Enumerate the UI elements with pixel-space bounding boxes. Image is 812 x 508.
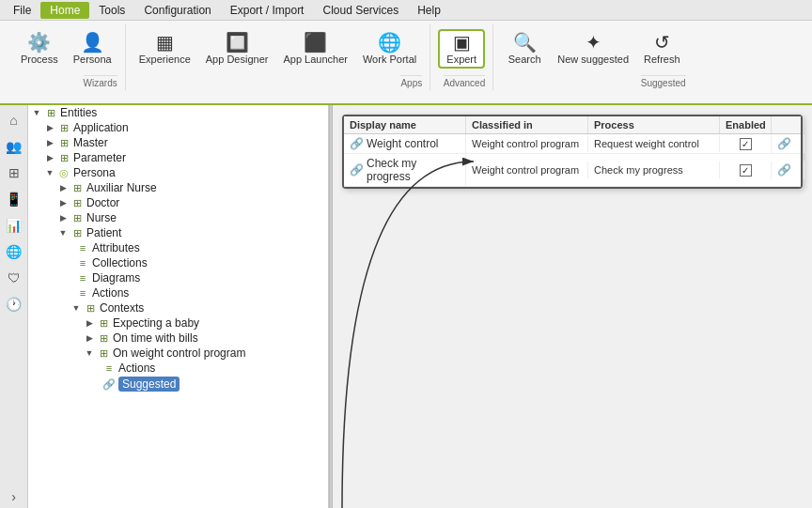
tree-diagrams[interactable]: ≡ Diagrams: [28, 270, 328, 285]
menu-configuration[interactable]: Configuration: [134, 2, 220, 19]
persona-button[interactable]: 👤 Persona: [68, 31, 117, 67]
row2-classified-in: Weight control program: [466, 162, 588, 178]
new-suggested-button[interactable]: ✦ New suggested: [552, 31, 634, 67]
home-icon[interactable]: ⌂: [3, 109, 25, 131]
tree-persona[interactable]: ▼ ◎ Persona: [28, 165, 328, 180]
menu-bar: File Home Tools Configuration Export / I…: [0, 0, 812, 21]
experience-button[interactable]: ▦ Experience: [133, 31, 196, 67]
search-button[interactable]: 🔍 Search: [501, 31, 548, 67]
new-suggested-label: New suggested: [557, 54, 629, 65]
content-panel: Display name Classified in Process Enabl…: [333, 105, 812, 508]
expert-icon: ▣: [453, 33, 471, 52]
menu-cloud-services[interactable]: Cloud Services: [313, 2, 408, 19]
table-row-1[interactable]: 🔗 Weight control Weight control program …: [344, 134, 801, 154]
row2-action-icon: 🔗: [777, 163, 791, 177]
link-icon-2: 🔗: [350, 163, 364, 177]
row2-display-name: 🔗 Check my progress: [344, 154, 466, 186]
tree-doctor[interactable]: ▶ ⊞ Doctor: [28, 195, 328, 210]
app-launcher-label: App Launcher: [283, 54, 348, 65]
new-suggested-icon: ✦: [586, 33, 601, 52]
row1-action[interactable]: 🔗: [772, 134, 804, 153]
tree-on-time-bills[interactable]: ▶ ⊞ On time with bills: [28, 331, 328, 346]
work-portal-label: Work Portal: [363, 54, 416, 65]
menu-file[interactable]: File: [4, 2, 40, 19]
row1-display-name: 🔗 Weight control: [344, 134, 466, 153]
ribbon: ⚙️ Process 👤 Persona Wizards ▦ Experienc…: [0, 21, 812, 105]
tree-collections[interactable]: ≡ Collections: [28, 255, 328, 270]
col-enabled: Enabled: [720, 116, 772, 133]
table-header: Display name Classified in Process Enabl…: [344, 116, 801, 134]
row2-action[interactable]: 🔗: [772, 161, 804, 179]
experience-label: Experience: [139, 54, 191, 65]
tree-panel: ▼ ⊞ Entities ▶ ⊞ Application ▶ ⊞ Master …: [28, 105, 329, 508]
work-portal-icon: 🌐: [378, 33, 401, 52]
sidebar-icons: ⌂ 👥 ⊞ 📱 📊 🌐 🛡 🕐 ›: [0, 105, 28, 508]
col-process: Process: [588, 116, 720, 133]
tree-application[interactable]: ▶ ⊞ Application: [28, 120, 328, 135]
expert-button[interactable]: ▣ Expert: [438, 29, 485, 69]
grid-icon[interactable]: ⊞: [3, 162, 25, 184]
tree-expecting-baby[interactable]: ▶ ⊞ Expecting a baby: [28, 316, 328, 331]
col-classified-in: Classified in: [466, 116, 588, 133]
persona-label: Persona: [73, 54, 112, 65]
suggested-section-label: Suggested: [641, 75, 686, 90]
col-action: [772, 116, 804, 133]
row1-checkbox[interactable]: [740, 138, 752, 150]
menu-export-import[interactable]: Export / Import: [221, 2, 314, 19]
row1-classified-in: Weight control program: [466, 135, 588, 152]
globe-icon[interactable]: 🌐: [3, 240, 25, 263]
refresh-button[interactable]: ↺ Refresh: [638, 31, 686, 67]
search-label: Search: [508, 54, 541, 65]
expert-label: Expert: [446, 54, 476, 65]
tree-contexts[interactable]: ▼ ⊞ Contexts: [28, 300, 328, 316]
refresh-icon: ↺: [654, 33, 670, 52]
row1-action-icon: 🔗: [777, 137, 791, 150]
search-icon: 🔍: [513, 33, 537, 52]
expand-icon[interactable]: ›: [3, 485, 25, 508]
suggested-node-label: Suggested: [118, 377, 180, 392]
tree-actions[interactable]: ≡ Actions: [28, 285, 328, 300]
table-row-2[interactable]: 🔗 Check my progress Weight control progr…: [344, 154, 801, 187]
suggested-table: Display name Classified in Process Enabl…: [342, 115, 803, 189]
work-portal-button[interactable]: 🌐 Work Portal: [357, 31, 422, 67]
menu-tools[interactable]: Tools: [89, 2, 134, 19]
advanced-label: Advanced: [444, 75, 485, 90]
tree-auxiliar-nurse[interactable]: ▶ ⊞ Auxiliar Nurse: [28, 180, 328, 195]
bar-chart-icon[interactable]: 📊: [3, 214, 25, 237]
tree-parameter[interactable]: ▶ ⊞ Parameter: [28, 150, 328, 165]
refresh-label: Refresh: [644, 54, 680, 65]
process-icon: ⚙️: [27, 33, 51, 52]
shield-icon[interactable]: 🛡: [3, 267, 25, 289]
col-display-name: Display name: [344, 116, 466, 133]
row2-process: Check my progress: [588, 162, 720, 178]
tree-on-weight-control[interactable]: ▼ ⊞ On weight control program: [28, 346, 328, 361]
tree-master[interactable]: ▶ ⊞ Master: [28, 135, 328, 150]
process-button[interactable]: ⚙️ Process: [15, 31, 64, 67]
row1-process: Request weight control: [588, 135, 720, 152]
menu-help[interactable]: Help: [408, 2, 450, 19]
phone-icon[interactable]: 📱: [3, 188, 25, 210]
tree-nurse[interactable]: ▶ ⊞ Nurse: [28, 210, 328, 225]
apps-label: Apps: [400, 75, 422, 90]
row2-checkbox[interactable]: [740, 164, 752, 177]
process-label: Process: [21, 54, 58, 65]
clock-icon[interactable]: 🕐: [3, 293, 25, 316]
tree-actions2[interactable]: ≡ Actions: [28, 361, 328, 376]
app-designer-button[interactable]: 🔲 App Designer: [200, 31, 274, 67]
users-icon[interactable]: 👥: [3, 135, 25, 158]
app-designer-icon: 🔲: [226, 33, 249, 52]
app-launcher-icon: ⬛: [304, 33, 327, 52]
wizards-label: Wizards: [84, 75, 117, 90]
tree-patient[interactable]: ▼ ⊞ Patient: [28, 225, 328, 240]
app-designer-label: App Designer: [206, 54, 269, 65]
row2-enabled[interactable]: [720, 162, 772, 179]
link-icon-1: 🔗: [350, 137, 364, 150]
tree-attributes[interactable]: ≡ Attributes: [28, 240, 328, 255]
persona-icon: 👤: [81, 33, 104, 52]
main-layout: ⌂ 👥 ⊞ 📱 📊 🌐 🛡 🕐 › ▼ ⊞ Entities ▶ ⊞ Appli…: [0, 105, 812, 508]
tree-suggested[interactable]: 🔗 Suggested: [28, 376, 328, 393]
row1-enabled[interactable]: [720, 135, 772, 153]
tree-entities[interactable]: ▼ ⊞ Entities: [28, 105, 328, 120]
app-launcher-button[interactable]: ⬛ App Launcher: [277, 31, 353, 67]
menu-home[interactable]: Home: [40, 2, 89, 19]
